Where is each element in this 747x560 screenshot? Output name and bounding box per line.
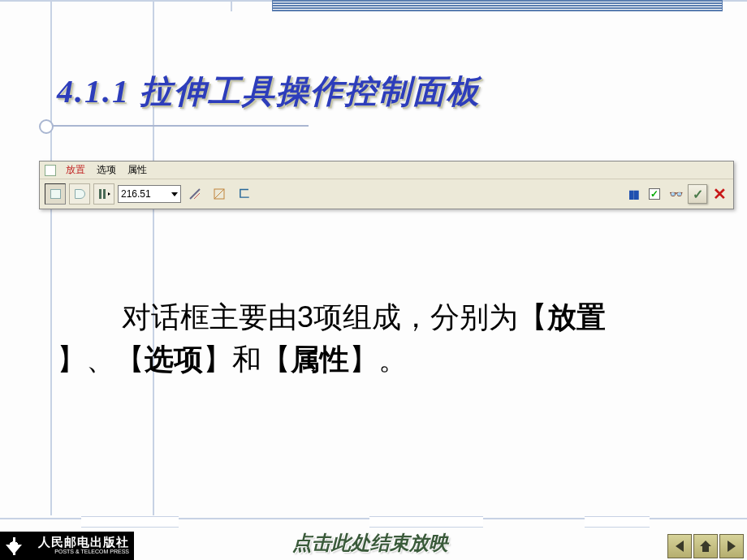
publisher-logo: 人民邮电出版社 POSTS & TELECOM PRESS xyxy=(0,532,134,560)
svg-line-2 xyxy=(190,189,200,199)
panel-toolbar-row: 216.51 匚 ▮▮ ✓ 👓 ✓ ✕ xyxy=(40,179,733,209)
svg-rect-1 xyxy=(103,189,106,199)
home-button[interactable] xyxy=(693,534,718,558)
slide-heading: 4.1.1 拉伸工具操作控制面板 xyxy=(57,69,481,114)
slide-body: 对话框主要由3项组成，分别为【放置 】、【选项】和【属性】。 xyxy=(57,296,698,381)
publisher-name-cn: 人民邮电出版社 xyxy=(38,536,129,548)
cancel-button[interactable]: ✕ xyxy=(710,185,728,203)
next-arrow-icon xyxy=(724,539,739,554)
publisher-name-en: POSTS & TELECOM PRESS xyxy=(54,548,129,555)
tab-options[interactable]: 选项 xyxy=(93,162,119,179)
svg-line-5 xyxy=(214,189,224,199)
prev-arrow-icon xyxy=(672,539,687,554)
publisher-mark-icon xyxy=(3,536,24,557)
body-count: 3 xyxy=(297,300,313,334)
body-text: 】、【 xyxy=(57,342,145,376)
extrude-mode-1-button[interactable] xyxy=(45,183,66,205)
decor-vline xyxy=(50,0,52,515)
end-slideshow-link[interactable]: 点击此处结束放映 xyxy=(292,530,448,556)
panel-tabs: 放置 选项 属性 xyxy=(40,162,733,179)
remove-material-button[interactable] xyxy=(209,183,230,205)
depth-value-input[interactable]: 216.51 xyxy=(118,185,181,203)
decor-vline xyxy=(231,0,232,11)
ok-button[interactable]: ✓ xyxy=(688,184,707,204)
prev-slide-button[interactable] xyxy=(667,534,692,558)
toolbar-panel: 放置 选项 属性 216.51 匚 ▮▮ ✓ 👓 ✓ ✕ xyxy=(39,161,734,209)
chevron-down-icon xyxy=(171,192,178,196)
depth-value-text: 216.51 xyxy=(121,188,151,200)
body-text: 】和【 xyxy=(203,342,291,376)
home-icon xyxy=(698,539,713,554)
keyword-properties: 属性 xyxy=(291,342,349,376)
body-text: 项组成，分别为【 xyxy=(313,300,547,334)
depth-dropdown-button[interactable] xyxy=(93,183,114,205)
pause-button[interactable]: ▮▮ xyxy=(624,185,642,203)
extrude-mode-2-button[interactable] xyxy=(69,183,90,205)
decor-top-hatch xyxy=(272,0,723,11)
next-slide-button[interactable] xyxy=(719,534,744,558)
svg-rect-0 xyxy=(99,189,101,199)
keyword-options: 选项 xyxy=(145,342,203,376)
glasses-icon[interactable]: 👓 xyxy=(667,185,684,203)
thin-feature-button[interactable]: 匚 xyxy=(233,183,254,205)
tab-place[interactable]: 放置 xyxy=(63,162,89,179)
decor-bottom-segs xyxy=(0,516,747,528)
body-text: 】。 xyxy=(349,342,408,376)
body-text: 对话框主要由 xyxy=(122,300,297,334)
angle-button[interactable] xyxy=(184,183,205,205)
preview-checkbox[interactable]: ✓ xyxy=(646,185,663,203)
tab-properties[interactable]: 属性 xyxy=(124,162,150,179)
doc-icon xyxy=(45,165,56,176)
keyword-place: 放置 xyxy=(547,300,606,334)
heading-underline xyxy=(49,125,309,127)
slide-nav xyxy=(667,534,744,558)
